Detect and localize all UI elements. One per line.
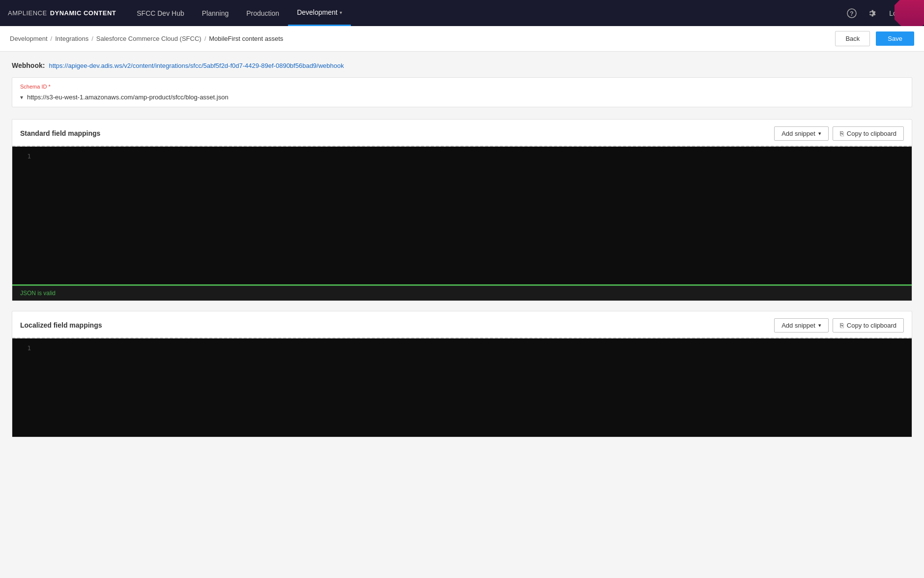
breadcrumb-current: MobileFirst content assets: [209, 35, 283, 42]
standard-mappings-actions: Add snippet ▾ ⎘ Copy to clipboard: [774, 126, 904, 141]
brand: AMPLIENCE DYNAMIC CONTENT: [8, 9, 116, 17]
localized-line-numbers: 1: [12, 344, 37, 431]
localized-copy-button[interactable]: ⎘ Copy to clipboard: [833, 318, 904, 333]
brand-dynamic: DYNAMIC CONTENT: [50, 9, 116, 17]
standard-copy-button[interactable]: ⎘ Copy to clipboard: [833, 126, 904, 141]
standard-mappings-header: Standard field mappings Add snippet ▾ ⎘ …: [12, 120, 912, 147]
back-button[interactable]: Back: [835, 31, 870, 46]
brand-amplience: AMPLIENCE: [8, 9, 47, 17]
nav-accent: [895, 0, 924, 26]
help-button[interactable]: ?: [844, 5, 860, 21]
schema-required: *: [48, 84, 50, 90]
standard-mappings-section: Standard field mappings Add snippet ▾ ⎘ …: [12, 119, 912, 301]
nav-item-production[interactable]: Production: [237, 0, 288, 26]
webhook-url[interactable]: https://apigee-dev.adis.ws/v2/content/in…: [49, 62, 344, 69]
development-dropdown-arrow: ▾: [340, 10, 342, 15]
collapse-icon[interactable]: ▾: [20, 94, 23, 101]
localized-copy-icon: ⎘: [840, 322, 844, 329]
standard-add-snippet-button[interactable]: Add snippet ▾: [774, 126, 829, 141]
gear-icon: [866, 8, 876, 18]
save-button[interactable]: Save: [876, 31, 914, 46]
localized-code-editor[interactable]: 1: [12, 338, 912, 437]
localized-code-content[interactable]: [37, 344, 912, 431]
schema-section: Schema ID * ▾ https://s3-eu-west-1.amazo…: [12, 77, 912, 107]
nav-item-planning[interactable]: Planning: [193, 0, 238, 26]
breadcrumb-sep-1: /: [51, 35, 53, 42]
settings-button[interactable]: [864, 5, 879, 21]
breadcrumb-sep-3: /: [204, 35, 206, 42]
localized-mappings-title: Localized field mappings: [20, 321, 102, 330]
schema-value: https://s3-eu-west-1.amazonaws.com/amp-p…: [27, 93, 229, 101]
breadcrumb-actions: Back Save: [835, 31, 914, 46]
standard-code-content[interactable]: [37, 152, 912, 278]
breadcrumb-sep-2: /: [91, 35, 93, 42]
schema-value-row: ▾ https://s3-eu-west-1.amazonaws.com/amp…: [20, 93, 904, 101]
svg-text:?: ?: [850, 10, 854, 17]
standard-mappings-title: Standard field mappings: [20, 129, 100, 138]
breadcrumb: Development / Integrations / Salesforce …: [10, 35, 283, 42]
localized-mappings-actions: Add snippet ▾ ⎘ Copy to clipboard: [774, 318, 904, 333]
schema-label: Schema ID *: [20, 84, 904, 90]
nav-item-development[interactable]: Development ▾: [288, 0, 351, 26]
nav-item-sfcc[interactable]: SFCC Dev Hub: [128, 0, 193, 26]
webhook-label: Webhook:: [12, 61, 45, 69]
top-nav: AMPLIENCE DYNAMIC CONTENT SFCC Dev Hub P…: [0, 0, 924, 26]
breadcrumb-development[interactable]: Development: [10, 35, 48, 42]
add-snippet-dropdown-arrow: ▾: [818, 130, 821, 137]
help-icon: ?: [847, 8, 857, 18]
localized-mappings-section: Localized field mappings Add snippet ▾ ⎘…: [12, 311, 912, 437]
content-area: Webhook: https://apigee-dev.adis.ws/v2/c…: [0, 52, 924, 578]
standard-line-numbers: 1: [12, 152, 37, 278]
localized-add-snippet-button[interactable]: Add snippet ▾: [774, 318, 829, 333]
standard-code-editor[interactable]: 1: [12, 147, 912, 284]
copy-icon: ⎘: [840, 130, 844, 137]
breadcrumb-sfcc[interactable]: Salesforce Commerce Cloud (SFCC): [96, 35, 202, 42]
breadcrumb-integrations[interactable]: Integrations: [55, 35, 88, 42]
localized-add-snippet-arrow: ▾: [818, 322, 821, 329]
webhook-row: Webhook: https://apigee-dev.adis.ws/v2/c…: [12, 61, 912, 69]
localized-mappings-header: Localized field mappings Add snippet ▾ ⎘…: [12, 311, 912, 338]
breadcrumb-bar: Development / Integrations / Salesforce …: [0, 26, 924, 52]
nav-items: SFCC Dev Hub Planning Production Develop…: [128, 0, 844, 26]
json-valid-bar: JSON is valid: [12, 284, 912, 301]
